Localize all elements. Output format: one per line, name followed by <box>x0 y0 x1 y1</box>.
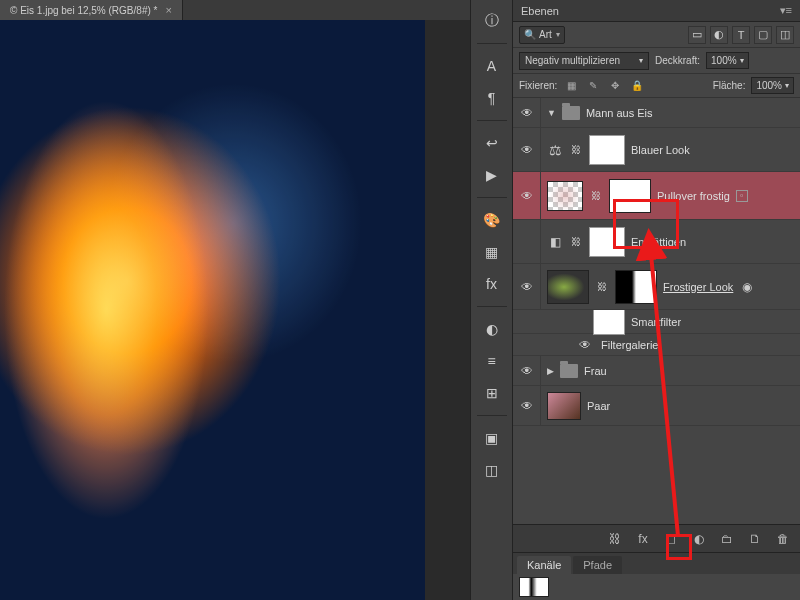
link-icon[interactable]: ⛓ <box>569 236 583 247</box>
smartfilter-row[interactable]: Smartfilter <box>513 310 800 334</box>
tab-kanale[interactable]: Kanäle <box>517 556 571 574</box>
mask-thumb[interactable] <box>615 270 657 304</box>
visibility-toggle[interactable]: 👁 <box>513 172 541 219</box>
panel-menu-icon[interactable]: ▾≡ <box>780 4 792 17</box>
lock-all-icon[interactable]: 🔒 <box>629 78 645 94</box>
bars-icon[interactable]: ≡ <box>479 348 505 374</box>
nav-icon[interactable]: ▣ <box>479 425 505 451</box>
filter-icon: ◉ <box>739 279 755 295</box>
layer-name[interactable]: Paar <box>587 400 610 412</box>
visibility-toggle[interactable]: 👁 <box>513 356 541 385</box>
filter-pixmap-icon[interactable]: ▭ <box>688 26 706 44</box>
visibility-toggle[interactable] <box>513 220 541 263</box>
visibility-toggle[interactable]: 👁 <box>513 98 541 127</box>
info-icon[interactable]: ⓘ <box>479 8 505 34</box>
layer-paar[interactable]: 👁 Paar <box>513 386 800 426</box>
lock-transp-icon[interactable]: ▦ <box>563 78 579 94</box>
opacity-label: Deckkraft: <box>655 55 700 66</box>
tab-pfade[interactable]: Pfade <box>573 556 622 574</box>
filter-type-select[interactable]: 🔍 Art ▾ <box>519 26 565 44</box>
layer-name[interactable]: Frostiger Look <box>663 281 733 293</box>
collapse-arrow-icon[interactable]: ▶ <box>547 366 554 376</box>
palette-icon[interactable]: 🎨 <box>479 207 505 233</box>
para-icon[interactable]: ¶ <box>479 85 505 111</box>
layers-list: 👁 ▼ Mann aus Eis 👁 ⚖ ⛓ Blauer Look 👁 ⛓ <box>513 98 800 524</box>
filter-shape-icon[interactable]: ▢ <box>754 26 772 44</box>
channel-thumb[interactable] <box>519 577 549 597</box>
opacity-value: 100% <box>711 55 737 66</box>
filter-type-icon[interactable]: T <box>732 26 750 44</box>
chevron-down-icon: ▾ <box>785 81 789 90</box>
layer-thumb[interactable] <box>547 270 589 304</box>
play-icon[interactable]: ▶ <box>479 162 505 188</box>
canvas[interactable] <box>0 20 425 600</box>
layer-thumb[interactable] <box>547 181 583 211</box>
channels-body <box>513 574 800 600</box>
layer-name[interactable]: Pullover frostig <box>657 190 730 202</box>
add-adjust-icon[interactable]: ◐ <box>690 530 708 548</box>
lock-paint-icon[interactable]: ✎ <box>585 78 601 94</box>
mask-thumb[interactable] <box>609 179 651 213</box>
document-tab-title: © Eis 1.jpg bei 12,5% (RGB/8#) * <box>10 5 157 16</box>
layer-group-frau[interactable]: 👁 ▶ Frau <box>513 356 800 386</box>
char-icon[interactable]: A <box>479 53 505 79</box>
blend-row: Negativ multiplizieren ▾ Deckkraft: 100%… <box>513 48 800 74</box>
chevron-down-icon: ▾ <box>740 56 744 65</box>
visibility-toggle[interactable]: 👁 <box>513 128 541 171</box>
layer-name[interactable]: Frau <box>584 365 607 377</box>
search-icon: 🔍 <box>524 29 536 40</box>
filter-adjust-icon[interactable]: ◐ <box>710 26 728 44</box>
layers-panel: Ebenen ▾≡ 🔍 Art ▾ ▭ ◐ T ▢ ◫ Negativ mult… <box>512 0 800 600</box>
filter-smart-icon[interactable]: ◫ <box>776 26 794 44</box>
add-mask-icon[interactable]: ◻ <box>662 530 680 548</box>
chevron-down-icon: ▾ <box>556 30 560 39</box>
fx-icon[interactable]: fx <box>634 530 652 548</box>
folder-icon <box>562 106 580 120</box>
smart-object-icon: ▫ <box>736 190 748 202</box>
layer-group-mann[interactable]: 👁 ▼ Mann aus Eis <box>513 98 800 128</box>
layer-name[interactable]: Mann aus Eis <box>586 107 653 119</box>
smartfilter-label: Smartfilter <box>631 316 681 328</box>
close-icon[interactable]: × <box>165 4 171 16</box>
layer-entsattigen[interactable]: ◧ ⛓ Entsättigen <box>513 220 800 264</box>
opacity-input[interactable]: 100% ▾ <box>706 52 749 69</box>
channels-tabs: Kanäle Pfade <box>513 552 800 574</box>
delete-layer-icon[interactable]: 🗑 <box>774 530 792 548</box>
link-layers-icon[interactable]: ⛓ <box>606 530 624 548</box>
layer-frostiger-look[interactable]: 👁 ⛓ Frostiger Look ◉ <box>513 264 800 310</box>
new-group-icon[interactable]: 🗀 <box>718 530 736 548</box>
filter-label: Art <box>539 29 552 40</box>
visibility-toggle[interactable]: 👁 <box>513 264 541 309</box>
document-tab[interactable]: © Eis 1.jpg bei 12,5% (RGB/8#) * × <box>0 0 183 20</box>
panel-title: Ebenen <box>521 5 559 17</box>
fill-input[interactable]: 100% ▾ <box>751 77 794 94</box>
expand-arrow-icon[interactable]: ▼ <box>547 108 556 118</box>
layer-blauer-look[interactable]: 👁 ⚖ ⛓ Blauer Look <box>513 128 800 172</box>
new-layer-icon[interactable]: 🗋 <box>746 530 764 548</box>
adjust-icon[interactable]: ◐ <box>479 316 505 342</box>
history-icon[interactable]: ↩ <box>479 130 505 156</box>
fill-label: Fläche: <box>713 80 746 91</box>
blend-mode-select[interactable]: Negativ multiplizieren ▾ <box>519 52 649 70</box>
filter-name[interactable]: Filtergalerie <box>601 339 658 351</box>
layer-pullover-frostig[interactable]: 👁 ⛓ Pullover frostig ▫ <box>513 172 800 220</box>
link-icon[interactable]: ⛓ <box>589 190 603 201</box>
link-icon[interactable]: ⛓ <box>569 144 583 155</box>
visibility-toggle[interactable]: 👁 <box>513 386 541 425</box>
visibility-toggle[interactable]: 👁 <box>575 338 595 352</box>
link-icon[interactable]: ⛓ <box>595 281 609 292</box>
mask-thumb[interactable] <box>589 227 625 257</box>
filter-entry-row[interactable]: 👁 Filtergalerie <box>513 334 800 356</box>
layer-thumb[interactable] <box>547 392 581 420</box>
layer-name[interactable]: Blauer Look <box>631 144 690 156</box>
layer-name[interactable]: Entsättigen <box>631 236 686 248</box>
filter-mask-thumb[interactable] <box>593 309 625 335</box>
lock-move-icon[interactable]: ✥ <box>607 78 623 94</box>
panel-header: Ebenen ▾≡ <box>513 0 800 22</box>
layer-filter-row: 🔍 Art ▾ ▭ ◐ T ▢ ◫ <box>513 22 800 48</box>
grid-icon[interactable]: ⊞ <box>479 380 505 406</box>
mask-thumb[interactable] <box>589 135 625 165</box>
swatches-icon[interactable]: ▦ <box>479 239 505 265</box>
grid2-icon[interactable]: ◫ <box>479 457 505 483</box>
styles-icon[interactable]: fx <box>479 271 505 297</box>
